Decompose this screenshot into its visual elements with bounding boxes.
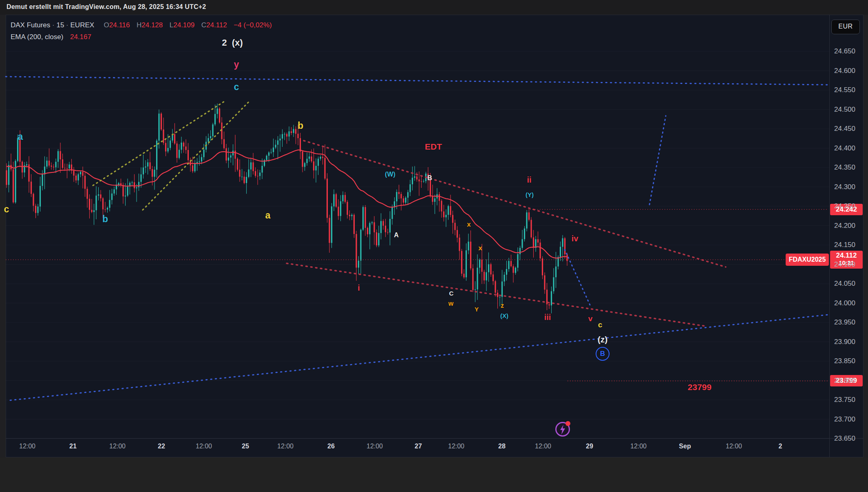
wave-label-z[interactable]: z xyxy=(501,302,504,309)
wave-label-c[interactable]: C xyxy=(449,290,454,297)
legend-interval: 15 xyxy=(56,21,64,29)
price-tick-label: 24.600 xyxy=(834,67,855,75)
wave-label-v[interactable]: v xyxy=(588,314,593,323)
wave-label-a[interactable]: a xyxy=(265,210,271,221)
price-tick-label: 24.250 xyxy=(834,202,855,210)
wave-label-iii[interactable]: iii xyxy=(544,313,551,322)
wave-label-i[interactable]: i xyxy=(358,283,360,293)
wave-label-y[interactable]: (Y) xyxy=(526,191,534,198)
price-tick-label: 24.300 xyxy=(834,183,855,191)
wave-label-edt[interactable]: EDT xyxy=(425,142,442,152)
price-tick-label: 24.400 xyxy=(834,144,855,152)
wave-label-c[interactable]: c xyxy=(598,320,603,329)
price-tick-label: 23.850 xyxy=(834,357,855,365)
wave-label-y[interactable]: Y xyxy=(475,306,479,313)
time-tick-label: 12:00 xyxy=(109,443,126,450)
time-tick-label: 27 xyxy=(415,443,422,450)
price-tick-label: 24.150 xyxy=(834,241,855,249)
ohlc-close-value: 24.112 xyxy=(206,21,227,29)
price-tick-label: 24.450 xyxy=(834,125,855,133)
price-tick-label: 24.050 xyxy=(834,280,855,288)
price-tick-label: 24.500 xyxy=(834,106,855,114)
candlestick-chart[interactable] xyxy=(0,0,868,492)
time-tick-label: 29 xyxy=(586,443,593,450)
time-tick-label: 12:00 xyxy=(630,443,647,450)
ohlc-high-label: H xyxy=(137,21,141,29)
price-tick-label: 24.000 xyxy=(834,299,855,307)
wave-label-b[interactable]: B xyxy=(427,174,432,182)
time-tick-label: 2 xyxy=(779,443,782,450)
footer-bar: TradingView xyxy=(0,457,868,492)
ohlc-close-label: C xyxy=(201,21,206,29)
notification-dot xyxy=(565,421,570,426)
price-tick-label: 24.550 xyxy=(834,86,855,94)
wave-label-w[interactable]: w xyxy=(448,300,453,307)
price-tick-label: 23.900 xyxy=(834,338,855,346)
ohlc-low-value: 24.109 xyxy=(173,21,194,29)
wave-label-c[interactable]: c xyxy=(4,204,9,215)
wave-label-a[interactable]: A xyxy=(394,232,399,239)
price-tick-label: 23.700 xyxy=(834,415,855,424)
wave-label-z[interactable]: (z) xyxy=(598,335,608,344)
price-tick-label: 24.650 xyxy=(834,47,855,55)
time-tick-label: 28 xyxy=(498,443,506,450)
wave-label-x[interactable]: (X) xyxy=(500,312,508,319)
wave-label-x[interactable]: x xyxy=(478,244,482,252)
time-tick-label: 21 xyxy=(69,443,77,450)
ema-value: 24.167 xyxy=(70,33,91,41)
wave-label-x[interactable]: x xyxy=(467,221,470,229)
time-tick-label: 12:00 xyxy=(535,443,551,450)
wave-label-c[interactable]: c xyxy=(234,82,239,93)
ohlc-high-value: 24.128 xyxy=(141,21,163,29)
time-tick-label: 12:00 xyxy=(367,443,383,450)
time-tick-label: 12:00 xyxy=(277,443,294,450)
legend-symbol: DAX Futures xyxy=(11,21,50,29)
ohlc-open-value: 24.116 xyxy=(109,21,130,29)
flash-badge[interactable] xyxy=(555,422,570,437)
price-tick-label: 24.350 xyxy=(834,163,855,172)
time-tick-label: 12:00 xyxy=(19,443,35,450)
legend-separator: · xyxy=(52,21,55,29)
ema-label: EMA (200, close) xyxy=(11,33,63,41)
symbol-legend[interactable]: DAX Futures · 15 · EUREX O24.116 H24.128… xyxy=(11,21,272,29)
price-tick-label: 24.100 xyxy=(834,260,855,269)
price-tick-label: 23.750 xyxy=(834,396,855,404)
time-tick-label: 25 xyxy=(242,443,249,450)
wave-label-y[interactable]: y xyxy=(234,59,239,70)
ohlc-low-label: L xyxy=(170,21,173,29)
time-tick-label: 12:00 xyxy=(448,443,464,450)
wave-label-b[interactable]: b xyxy=(298,120,303,131)
wave-label-2x[interactable]: 2 (x) xyxy=(222,38,243,48)
lightning-icon xyxy=(559,425,566,435)
price-tick-label: 23.650 xyxy=(834,435,855,443)
wave-label-w[interactable]: (W) xyxy=(385,171,395,178)
price-tick-label: 23.800 xyxy=(834,377,855,385)
legend-exchange: EUREX xyxy=(71,21,95,29)
price-tick-label: 23.950 xyxy=(834,318,855,327)
time-tick-label: 26 xyxy=(327,443,335,450)
contract-tag[interactable]: FDAXU2025 xyxy=(786,254,829,266)
wave-label-ii[interactable]: ii xyxy=(527,175,531,185)
ohlc-open-label: O xyxy=(104,21,109,29)
time-tick-label: 12:00 xyxy=(726,443,742,450)
price-tick-label: 24.200 xyxy=(834,222,855,230)
wave-label-b[interactable]: B xyxy=(596,347,610,361)
time-tick-label: 22 xyxy=(158,443,165,450)
currency-button[interactable]: EUR xyxy=(831,20,860,34)
wave-label-a[interactable]: a xyxy=(18,131,23,142)
last-price-value: 24.112 xyxy=(836,252,857,259)
wave-label-23799[interactable]: 23799 xyxy=(688,382,711,392)
ema-legend[interactable]: EMA (200, close) 24.167 xyxy=(11,33,91,41)
time-tick-label: 12:00 xyxy=(196,443,212,450)
time-tick-label: Sep xyxy=(679,443,691,450)
legend-separator: · xyxy=(66,21,68,29)
legend-change: −4 (−0,02%) xyxy=(234,21,272,29)
wave-label-iv[interactable]: iv xyxy=(572,234,579,243)
wave-label-b[interactable]: b xyxy=(102,214,108,225)
